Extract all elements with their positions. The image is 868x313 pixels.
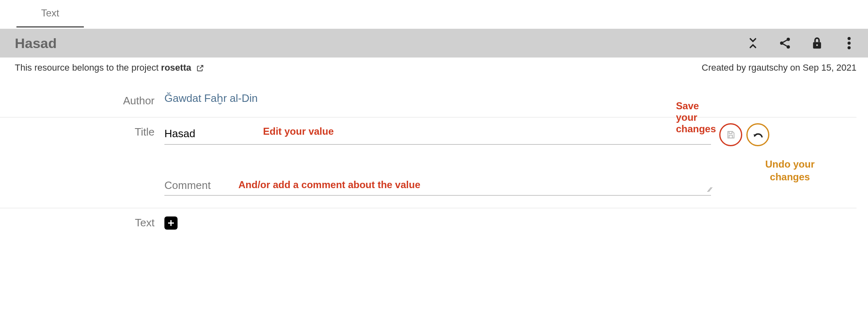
collapse-expand-icon[interactable] — [746, 36, 760, 51]
svg-point-1 — [780, 41, 783, 45]
title-input[interactable] — [164, 125, 711, 145]
svg-point-6 — [816, 44, 818, 46]
external-link-icon[interactable] — [196, 64, 204, 72]
svg-line-3 — [783, 40, 787, 42]
svg-line-10 — [200, 66, 203, 69]
project-name[interactable]: rosetta — [161, 62, 191, 73]
svg-point-9 — [847, 46, 851, 50]
save-button[interactable] — [719, 123, 742, 146]
author-row: Author Ğawdat Faḫr al-Din — [0, 86, 856, 113]
lock-icon[interactable] — [810, 36, 824, 51]
plus-icon — [167, 219, 175, 227]
text-label: Text — [0, 214, 164, 229]
svg-line-4 — [783, 44, 787, 46]
text-row: Text — [0, 208, 856, 235]
annotation-save: Save your changes — [676, 100, 716, 135]
tab-text[interactable]: Text — [16, 0, 84, 28]
title-row: Title Edit your value Save your changes … — [0, 117, 856, 196]
resource-title: Hasad — [15, 35, 746, 51]
comment-label: Comment — [164, 179, 219, 192]
comment-wrap: Comment And/or add a comment about the v… — [164, 179, 711, 196]
tab-bar: Text — [0, 0, 868, 29]
svg-rect-12 — [729, 135, 732, 138]
annotation-undo: Undo yourchanges — [765, 158, 815, 183]
annotation-comment: And/or add a comment about the value — [238, 179, 420, 191]
created-info: Created by rgautschy on Sep 15, 2021 — [702, 62, 856, 73]
undo-button[interactable] — [746, 123, 769, 146]
undo-icon — [752, 131, 764, 139]
meta-row: This resource belongs to the project ros… — [0, 58, 868, 78]
svg-point-7 — [847, 37, 851, 40]
add-text-button[interactable] — [164, 216, 178, 230]
project-belongs: This resource belongs to the project ros… — [15, 62, 702, 73]
svg-point-0 — [787, 38, 790, 41]
save-icon — [726, 130, 736, 140]
title-action-buttons: Save your changes Undo yourchanges — [719, 123, 769, 146]
svg-point-2 — [787, 45, 790, 48]
resource-header: Hasad — [0, 29, 868, 58]
share-icon[interactable] — [778, 36, 792, 51]
author-label: Author — [0, 92, 164, 107]
title-label: Title — [0, 123, 164, 138]
svg-rect-11 — [729, 131, 732, 133]
belongs-prefix: This resource belongs to the project — [15, 62, 161, 73]
annotation-edit: Edit your value — [263, 126, 334, 137]
form-area: Author Ğawdat Faḫr al-Din Title Edit you… — [0, 78, 868, 244]
more-vert-icon[interactable] — [842, 36, 856, 51]
svg-point-8 — [847, 41, 851, 45]
header-actions — [746, 36, 856, 51]
author-value[interactable]: Ğawdat Faḫr al-Din — [164, 92, 258, 105]
